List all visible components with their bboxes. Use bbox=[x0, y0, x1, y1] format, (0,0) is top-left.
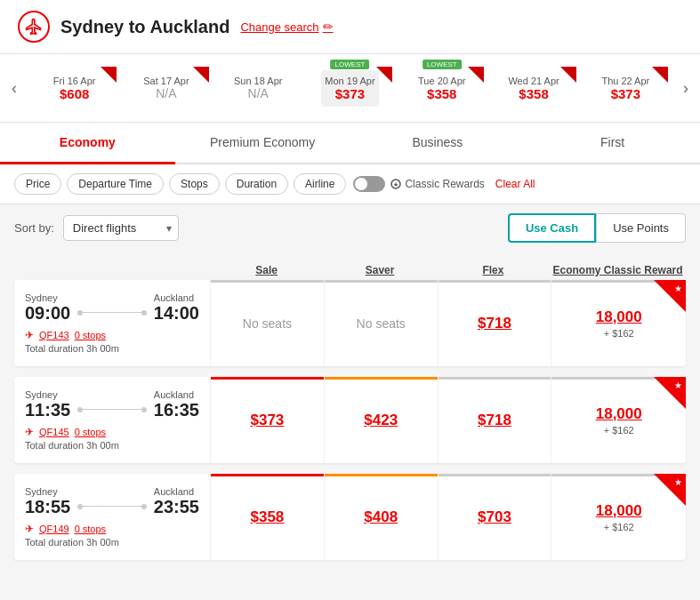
flight-line bbox=[77, 310, 147, 316]
date-cell-wed21[interactable]: Wed 21 Apr $358 bbox=[504, 70, 562, 107]
ribbon-icon: ★ bbox=[674, 380, 682, 390]
flight-duration: Total duration 3h 00m bbox=[25, 440, 199, 451]
filter-duration[interactable]: Duration bbox=[225, 173, 288, 195]
date-price: $373 bbox=[601, 86, 649, 101]
sort-select[interactable]: Direct flightsPriceDeparture TimeDuratio… bbox=[63, 215, 179, 241]
cabin-tabs: EconomyPremium EconomyBusinessFirst bbox=[0, 123, 700, 164]
sale-price-cell[interactable]: No seats bbox=[210, 280, 324, 366]
date-cell-sat17[interactable]: Sat 17 Apr N/A bbox=[140, 70, 192, 107]
flex-price[interactable]: $718 bbox=[478, 315, 511, 332]
corner-badge: ★ bbox=[654, 474, 686, 506]
tab-business[interactable]: Business bbox=[350, 123, 526, 164]
reward-icon: ★ bbox=[390, 179, 401, 189]
sale-price-cell[interactable]: $358 bbox=[210, 474, 324, 560]
sort-left: Sort by: Direct flightsPriceDeparture Ti… bbox=[14, 215, 179, 241]
prev-date-button[interactable]: ‹ bbox=[0, 61, 28, 115]
date-price: $373 bbox=[325, 86, 374, 101]
date-cell-thu22[interactable]: Thu 22 Apr $373 bbox=[598, 70, 653, 107]
date-cell-sun18[interactable]: Sun 18 Apr N/A bbox=[230, 70, 286, 107]
corner-badge: ★ bbox=[654, 280, 686, 312]
filter-price[interactable]: Price bbox=[14, 173, 61, 195]
plane-icon bbox=[25, 18, 43, 36]
saver-price[interactable]: $408 bbox=[364, 508, 398, 526]
flight-duration: Total duration 3h 00m bbox=[25, 343, 199, 354]
destination: Auckland 16:35 bbox=[154, 389, 199, 420]
sale-price[interactable]: $373 bbox=[250, 412, 284, 429]
stops-indicator[interactable]: 0 stops bbox=[75, 330, 106, 340]
change-search-link[interactable]: Change search ✏ bbox=[240, 20, 333, 34]
top-border bbox=[325, 280, 438, 283]
flex-price-cell[interactable]: $718 bbox=[438, 280, 551, 366]
top-border bbox=[211, 377, 324, 380]
flight-number[interactable]: QF143 bbox=[39, 330, 69, 340]
date-label: Thu 22 Apr bbox=[601, 76, 649, 86]
sale-price-cell[interactable]: $373 bbox=[210, 377, 324, 463]
filter-bar: PriceDeparture TimeStopsDurationAirline … bbox=[0, 164, 700, 204]
reward-points[interactable]: 18,000 bbox=[596, 405, 642, 423]
flight-number[interactable]: QF149 bbox=[39, 524, 69, 534]
date-item-sun18[interactable]: Sun 18 Apr N/A bbox=[213, 67, 304, 110]
flex-price-cell[interactable]: $703 bbox=[438, 474, 551, 560]
line bbox=[83, 506, 141, 507]
classic-rewards-label: ★ Classic Rewards bbox=[390, 178, 484, 190]
stops-indicator[interactable]: 0 stops bbox=[75, 524, 106, 534]
date-selector: ‹ Fri 16 Apr $608 Sat 17 Apr N/A Sun 18 … bbox=[0, 54, 700, 123]
dest-city: Auckland bbox=[154, 389, 199, 400]
flight-route: Sydney 18:55 Auckland 23:55 bbox=[25, 486, 199, 517]
top-border bbox=[439, 280, 551, 283]
origin: Sydney 09:00 bbox=[25, 292, 70, 324]
filter-departure-time[interactable]: Departure Time bbox=[67, 173, 164, 195]
date-item-thu22[interactable]: Thu 22 Apr $373 bbox=[580, 67, 672, 110]
saver-price-cell[interactable]: $423 bbox=[324, 377, 438, 463]
date-cell-fri16[interactable]: Fri 16 Apr $608 bbox=[50, 70, 100, 107]
tab-first[interactable]: First bbox=[525, 123, 700, 164]
use-points-button[interactable]: Use Points bbox=[596, 213, 686, 243]
date-item-tue20[interactable]: LOWEST Tue 20 Apr $358 bbox=[396, 67, 487, 110]
clear-all-link[interactable]: Clear All bbox=[495, 178, 535, 190]
toggle-knob bbox=[355, 178, 367, 190]
next-date-button[interactable]: › bbox=[672, 61, 700, 115]
plane-icon: ✈ bbox=[25, 329, 34, 341]
saver-price-cell[interactable]: $408 bbox=[324, 474, 438, 560]
reward-points[interactable]: 18,000 bbox=[596, 502, 642, 520]
no-seats: No seats bbox=[243, 316, 292, 331]
flight-number[interactable]: QF145 bbox=[39, 427, 69, 437]
flight-row: Sydney 11:35 Auckland 16:35 ✈ QF145 0 st… bbox=[14, 377, 686, 463]
column-headers: Sale Saver Flex Economy Classic Reward bbox=[14, 259, 686, 280]
reward-col-header: Economy Classic Reward bbox=[550, 264, 686, 276]
date-item-sat17[interactable]: Sat 17 Apr N/A bbox=[120, 67, 212, 110]
stops-indicator[interactable]: 0 stops bbox=[75, 427, 106, 437]
date-item-mon19[interactable]: LOWEST Mon 19 Apr $373 bbox=[304, 67, 396, 110]
sort-bar: Sort by: Direct flightsPriceDeparture Ti… bbox=[0, 204, 700, 252]
origin-city: Sydney bbox=[25, 486, 70, 497]
sale-col-header: Sale bbox=[210, 264, 323, 276]
date-item-wed21[interactable]: Wed 21 Apr $358 bbox=[487, 67, 579, 110]
tab-premium-economy[interactable]: Premium Economy bbox=[175, 123, 350, 164]
filter-stops[interactable]: Stops bbox=[169, 173, 220, 195]
dot-right bbox=[141, 407, 147, 412]
dest-city: Auckland bbox=[154, 486, 199, 497]
date-cell-mon19[interactable]: Mon 19 Apr $373 bbox=[321, 70, 378, 107]
flex-price[interactable]: $703 bbox=[478, 508, 511, 526]
flex-col-header: Flex bbox=[437, 264, 550, 276]
airline-logo bbox=[18, 11, 50, 43]
filter-airline[interactable]: Airline bbox=[294, 173, 346, 195]
top-border bbox=[439, 377, 551, 380]
date-item-fri16[interactable]: Fri 16 Apr $608 bbox=[28, 67, 120, 110]
use-cash-button[interactable]: Use Cash bbox=[508, 213, 596, 243]
classic-rewards-toggle[interactable] bbox=[353, 176, 385, 192]
flight-row: Sydney 09:00 Auckland 14:00 ✈ QF143 0 st… bbox=[14, 280, 686, 366]
reward-sub: + $162 bbox=[604, 522, 634, 532]
reward-points[interactable]: 18,000 bbox=[596, 308, 642, 326]
date-cell-tue20[interactable]: Tue 20 Apr $358 bbox=[414, 70, 469, 107]
flex-price[interactable]: $718 bbox=[478, 412, 511, 429]
flex-price-cell[interactable]: $718 bbox=[438, 377, 551, 463]
date-price: $608 bbox=[53, 86, 96, 101]
tab-economy[interactable]: Economy bbox=[0, 123, 175, 164]
sale-price[interactable]: $358 bbox=[250, 508, 284, 526]
date-label: Fri 16 Apr bbox=[53, 76, 96, 86]
saver-price[interactable]: $423 bbox=[364, 412, 398, 429]
lowest-badge: LOWEST bbox=[331, 60, 370, 69]
saver-price-cell[interactable]: No seats bbox=[324, 280, 438, 366]
date-label: Tue 20 Apr bbox=[418, 76, 465, 86]
